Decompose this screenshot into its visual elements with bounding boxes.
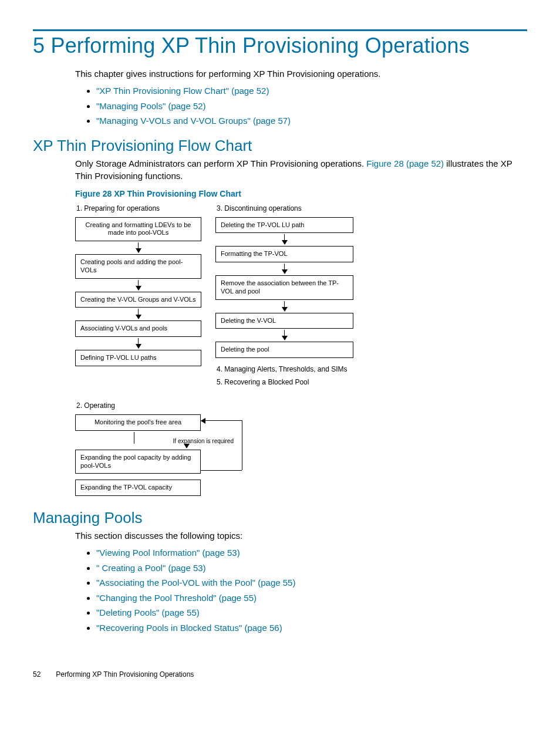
xref-link[interactable]: "Changing the Pool Threshold" (page 55): [96, 593, 257, 603]
xref-link[interactable]: "Managing Pools" (page 52): [96, 101, 206, 111]
pools-intro-block: This section discusses the following top…: [75, 529, 527, 635]
list-item: "Associating the Pool-VOL with the Pool"…: [96, 575, 527, 590]
top-rule: [33, 29, 527, 31]
flow-box: Expanding the TP-VOL capacity: [75, 480, 201, 496]
xref-link[interactable]: "Viewing Pool Information" (page 53): [96, 548, 240, 558]
flow-col-1: 1. Preparing for operations Creating and…: [75, 202, 201, 366]
arrow-down-icon: [75, 279, 201, 292]
flow-box: Creating and formatting LDEVs to be made…: [75, 217, 201, 242]
xref-link[interactable]: "Deleting Pools" (page 55): [96, 607, 200, 617]
xref-link[interactable]: "Recovering Pools in Blocked Status" (pa…: [96, 623, 282, 633]
arrow-down-icon: [75, 241, 201, 254]
flow-box: Deleting the pool: [215, 342, 353, 358]
page-footer: 52 Performing XP Thin Provisioning Opera…: [33, 670, 527, 679]
xref-link[interactable]: Figure 28 (page 52): [366, 158, 444, 168]
section-title-flowchart: XP Thin Provisioning Flow Chart: [33, 137, 527, 155]
figure-caption: Figure 28 XP Thin Provisioning Flow Char…: [75, 189, 527, 198]
page: 5 Performing XP Thin Provisioning Operat…: [0, 0, 560, 696]
page-number: 52: [33, 670, 54, 679]
flow-box: Deleting the V-VOL: [215, 313, 353, 329]
list-item: "XP Thin Provisioning Flow Chart" (page …: [96, 83, 527, 99]
flow-box: Creating pools and adding the pool-VOLs: [75, 254, 201, 279]
flow-label: 5. Recovering a Blocked Pool: [217, 378, 353, 386]
xref-link[interactable]: "XP Thin Provisioning Flow Chart" (page …: [96, 86, 269, 96]
running-head: Performing XP Thin Provisioning Operatio…: [56, 670, 194, 679]
chapter-intro: This chapter gives instructions for perf…: [75, 67, 527, 80]
arrow-down-icon: [215, 300, 353, 313]
flow-box: Formatting the TP-VOL: [215, 246, 353, 262]
flow-label: 4. Managing Alerts, Thresholds, and SIMs: [217, 365, 353, 373]
arrow-down-icon: [215, 233, 353, 246]
flow-section-2: 2. Operating Monitoring the pool's free …: [75, 401, 527, 496]
flow-box: Expanding the pool capacity by adding po…: [75, 450, 201, 474]
flow-box: Monitoring the pool's free area: [75, 414, 201, 431]
flow-box: Defining TP-VOL LU paths: [75, 350, 201, 366]
flow-label: 2. Operating: [76, 401, 527, 410]
arrow-down-icon: [75, 308, 201, 320]
list-item: "Deleting Pools" (page 55): [96, 605, 527, 620]
flow-col-3: 3. Discontinuing operations Deleting the…: [215, 202, 353, 391]
section-title-pools: Managing Pools: [33, 509, 527, 527]
xref-link[interactable]: "Managing V-VOLs and V-VOL Groups" (page…: [96, 116, 291, 126]
flowchart-intro-block: Only Storage Administrators can perform …: [75, 157, 527, 497]
arrow-down-icon: [215, 262, 353, 275]
list-item: "Recovering Pools in Blocked Status" (pa…: [96, 620, 527, 636]
list-item: "Changing the Pool Threshold" (page 55): [96, 590, 527, 606]
flowchart: 1. Preparing for operations Creating and…: [75, 202, 527, 497]
flow-box: Deleting the TP-VOL LU path: [215, 217, 353, 234]
loop-arrow-icon: [201, 420, 242, 470]
chapter-link-list: "XP Thin Provisioning Flow Chart" (page …: [75, 83, 527, 129]
list-item: "Managing Pools" (page 52): [96, 99, 527, 114]
flow-box: Associating V-VOLs and pools: [75, 320, 201, 337]
flow-box: Remove the association between the TP-VO…: [215, 275, 353, 300]
xref-link[interactable]: "Associating the Pool-VOL with the Pool"…: [96, 578, 295, 588]
flowchart-intro: Only Storage Administrators can perform …: [75, 157, 527, 182]
pools-intro: This section discusses the following top…: [75, 529, 527, 542]
text: Only Storage Administrators can perform …: [75, 158, 366, 168]
arrow-down-icon: [215, 329, 353, 342]
chapter-title: 5 Performing XP Thin Provisioning Operat…: [33, 33, 527, 58]
list-item: "Viewing Pool Information" (page 53): [96, 545, 527, 561]
pools-link-list: "Viewing Pool Information" (page 53) " C…: [75, 545, 527, 635]
flow-box: Creating the V-VOL Groups and V-VOLs: [75, 292, 201, 308]
xref-link[interactable]: " Creating a Pool" (page 53): [96, 563, 206, 573]
list-item: "Managing V-VOLs and V-VOL Groups" (page…: [96, 113, 527, 129]
flow-label: 1. Preparing for operations: [76, 204, 201, 212]
flow-label: 3. Discontinuing operations: [217, 204, 353, 212]
list-item: " Creating a Pool" (page 53): [96, 561, 527, 576]
arrow-down-icon: [75, 337, 201, 350]
chapter-intro-block: This chapter gives instructions for perf…: [75, 67, 527, 129]
